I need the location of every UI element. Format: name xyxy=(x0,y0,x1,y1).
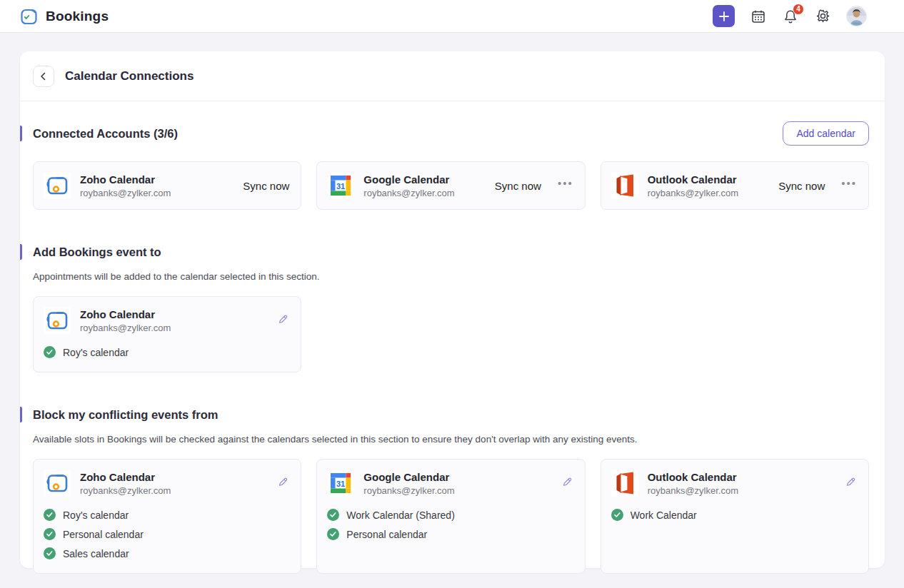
check-circle-icon xyxy=(611,509,623,521)
brand: Bookings xyxy=(20,7,109,26)
panel-body: Connected Accounts (3/6) Add calendar Zo… xyxy=(20,101,885,588)
add-event-calendar-card: Zoho Calendarroybanks@zylker.com Roy's c… xyxy=(33,296,301,372)
calendar-name: Google Calendar xyxy=(363,471,454,483)
more-options-button[interactable]: ••• xyxy=(558,180,573,191)
gear-icon xyxy=(815,9,830,24)
calendar-list-label: Work Calendar (Shared) xyxy=(346,510,454,521)
calendar-account-meta: Zoho Calendarroybanks@zylker.com xyxy=(80,471,171,496)
add-event-description: Appointments will be added to the calend… xyxy=(33,271,869,282)
add-calendar-button[interactable]: Add calendar xyxy=(783,121,869,146)
outlook-calendar-icon xyxy=(611,172,638,199)
calendar-list-item: Personal calendar xyxy=(327,524,574,544)
app-title: Bookings xyxy=(46,9,109,24)
check-circle-icon xyxy=(44,346,56,358)
sync-now-button[interactable]: Sync now xyxy=(243,180,289,192)
calendar-account-meta: Google Calendarroybanks@zylker.com xyxy=(363,471,454,496)
more-options-button[interactable]: ••• xyxy=(841,180,857,191)
calendar-account-meta: Zoho Calendarroybanks@zylker.com xyxy=(80,173,171,198)
block-events-calendar-card: 31 Google Calendarroybanks@zylker.com Wo… xyxy=(316,459,585,574)
calendar-list-label: Roy's calendar xyxy=(63,347,129,358)
calendar-list-item: Sales calendar xyxy=(44,544,291,563)
svg-text:31: 31 xyxy=(336,182,345,191)
section-title-connected-accounts: Connected Accounts (3/6) xyxy=(33,121,178,146)
panel-header: Calendar Connections xyxy=(20,51,885,101)
calendar-list-item: Roy's calendar xyxy=(44,343,291,362)
calendar-connections-panel: Calendar Connections Connected Accounts … xyxy=(20,51,885,568)
calendar-card-header: 31 Google Calendarroybanks@zylker.com xyxy=(327,470,574,497)
calendar-card-header: Zoho Calendarroybanks@zylker.com xyxy=(44,470,291,497)
zoho-calendar-icon xyxy=(44,470,71,497)
settings-button[interactable] xyxy=(814,8,831,25)
block-events-header: Block my conflicting events from xyxy=(33,402,869,427)
svg-text:31: 31 xyxy=(336,480,345,488)
calendar-name: Outlook Calendar xyxy=(648,471,738,483)
calendar-name: Google Calendar xyxy=(363,173,454,186)
calendar-list-item: Work Calendar (Shared) xyxy=(327,505,574,524)
calendar-list-label: Personal calendar xyxy=(346,529,427,540)
calendar-name: Zoho Calendar xyxy=(80,308,171,320)
calendar-name: Zoho Calendar xyxy=(80,173,171,186)
outlook-calendar-icon xyxy=(611,470,638,497)
account-email: roybanks@zylker.com xyxy=(363,188,454,198)
calendar-name: Outlook Calendar xyxy=(648,173,738,186)
notification-badge: 4 xyxy=(793,4,804,15)
google-calendar-icon: 31 xyxy=(327,172,354,199)
calendar-list-label: Personal calendar xyxy=(63,529,144,540)
calendar-list: Roy's calendar xyxy=(44,343,291,362)
page: Calendar Connections Connected Accounts … xyxy=(0,33,904,568)
calendar-list-item: Personal calendar xyxy=(44,524,291,544)
calendar-icon xyxy=(750,9,766,24)
account-email: roybanks@zylker.com xyxy=(363,485,454,496)
account-email: roybanks@zylker.com xyxy=(648,485,738,496)
calendar-account-meta: Google Calendarroybanks@zylker.com xyxy=(363,173,454,198)
zoho-calendar-icon xyxy=(44,307,71,334)
pencil-icon xyxy=(561,476,573,487)
account-email: roybanks@zylker.com xyxy=(80,323,171,333)
calendar-list-label: Roy's calendar xyxy=(63,510,129,521)
connected-account-card: 31 Google Calendarroybanks@zylker.comSyn… xyxy=(316,161,585,210)
block-events-description: Available slots in Bookings will be chec… xyxy=(33,434,869,445)
bookings-logo-icon xyxy=(20,7,39,26)
check-circle-icon xyxy=(44,509,56,521)
account-email: roybanks@zylker.com xyxy=(80,485,171,496)
connected-accounts-header: Connected Accounts (3/6) Add calendar xyxy=(33,121,869,146)
pencil-icon xyxy=(277,313,288,325)
edit-button[interactable] xyxy=(843,474,858,490)
connected-account-card: Outlook Calendarroybanks@zylker.comSync … xyxy=(601,161,869,210)
block-events-calendar-card: Zoho Calendarroybanks@zylker.com Roy's c… xyxy=(33,459,301,574)
edit-button[interactable] xyxy=(559,474,575,490)
calendar-list-label: Sales calendar xyxy=(63,548,129,559)
add-event-cards: Zoho Calendarroybanks@zylker.com Roy's c… xyxy=(33,296,869,372)
pencil-icon xyxy=(277,476,288,487)
calendar-nav-button[interactable] xyxy=(750,8,767,25)
calendar-list-label: Work Calendar xyxy=(631,510,697,521)
chevron-left-icon xyxy=(39,71,49,81)
avatar[interactable] xyxy=(846,6,867,26)
account-email: roybanks@zylker.com xyxy=(80,188,171,198)
top-bar: Bookings 4 xyxy=(0,0,904,33)
calendar-card-header: Zoho Calendarroybanks@zylker.com xyxy=(44,307,291,334)
google-calendar-icon: 31 xyxy=(327,470,354,497)
back-button[interactable] xyxy=(33,66,54,87)
calendar-list: Work Calendar (Shared) Personal calendar xyxy=(327,505,574,544)
calendar-list-item: Roy's calendar xyxy=(44,505,291,524)
edit-button[interactable] xyxy=(275,311,291,327)
check-circle-icon xyxy=(44,528,56,540)
calendar-list-item: Work Calendar xyxy=(611,505,858,524)
notifications-button[interactable]: 4 xyxy=(782,8,799,25)
check-circle-icon xyxy=(327,509,339,521)
create-button[interactable] xyxy=(713,5,735,27)
sync-now-button[interactable]: Sync now xyxy=(778,180,825,192)
add-event-header: Add Bookings event to xyxy=(33,240,869,264)
check-circle-icon xyxy=(327,528,339,540)
calendar-name: Zoho Calendar xyxy=(80,471,171,483)
zoho-calendar-icon xyxy=(44,172,71,199)
calendar-account-meta: Outlook Calendarroybanks@zylker.com xyxy=(648,173,738,198)
topbar-actions: 4 xyxy=(713,5,867,27)
page-title: Calendar Connections xyxy=(65,69,194,83)
calendar-card-header: Outlook Calendarroybanks@zylker.com xyxy=(611,470,858,497)
plus-icon xyxy=(718,11,730,22)
section-title-block-conflicting: Block my conflicting events from xyxy=(33,402,218,427)
sync-now-button[interactable]: Sync now xyxy=(495,180,541,192)
edit-button[interactable] xyxy=(275,474,291,490)
